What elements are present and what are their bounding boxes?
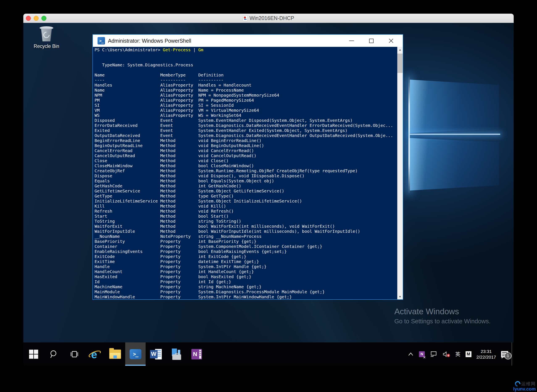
language-indicator[interactable]: 英 — [455, 351, 461, 358]
powershell-taskbar-button[interactable]: >_ — [125, 342, 146, 366]
minimize-icon — [349, 41, 354, 41]
console-line: Disposed Event System.EventHandler Dispo… — [94, 118, 397, 123]
clock[interactable]: 23:31 2/22/2017 — [476, 349, 496, 360]
internet-explorer-button[interactable]: e — [84, 342, 105, 366]
console-line: CancelErrorRead Method void CancelErrorR… — [94, 148, 397, 153]
windows-start-icon — [29, 349, 38, 359]
console-line: CreateObjRef Method System.Runtime.Remot… — [94, 168, 397, 173]
scroll-down-icon[interactable]: ▼ — [397, 294, 403, 299]
word-icon: W — [150, 349, 162, 360]
notification-badge: 1 — [504, 352, 512, 359]
onenote-button[interactable]: N — [186, 342, 207, 366]
console-line: CloseMainWindow Method bool CloseMainWin… — [94, 163, 397, 168]
console-line: NPM AliasProperty NPM = NonpagedSystemMe… — [94, 93, 397, 98]
console-line: ExitCode Property int ExitCode {get;} — [94, 254, 397, 259]
console-line: __NounName NoteProperty string __NounNam… — [94, 234, 397, 239]
powershell-title: Administrator: Windows PowerShell — [108, 38, 191, 44]
action-center-button[interactable]: 1 — [501, 351, 508, 357]
onenote-clip-icon: N — [419, 351, 425, 357]
console-viewport[interactable]: PS C:\Users\Administrator> Get-Process |… — [93, 47, 403, 299]
console-line: BeginOutputReadLine Method void BeginOut… — [94, 143, 397, 148]
console-line — [94, 67, 397, 72]
ime-mode-button[interactable]: M — [466, 351, 472, 357]
console-line: MainWindowHandle Property System.IntPtr … — [94, 294, 397, 299]
powershell-titlebar[interactable]: >_ Administrator: Windows PowerShell — [93, 35, 403, 47]
maximize-button[interactable] — [368, 38, 374, 44]
recycle-bin[interactable]: Recycle Bin — [31, 25, 62, 49]
vm-window: Win2016EN-DHCP Recycle Bin Activate Wind… — [23, 14, 514, 366]
console-line: Close Method void Close() — [94, 158, 397, 163]
console-line: Name MemberType Definition — [94, 72, 397, 78]
close-button[interactable] — [388, 38, 394, 44]
console-scrollbar[interactable]: ▲ ▼ — [397, 47, 403, 299]
console-line: WaitForExit Method bool WaitForExit(int … — [94, 224, 397, 229]
console-line: GetLifetimeService Method System.Object … — [94, 188, 397, 193]
recycle-bin-icon — [39, 25, 54, 43]
tray-date: 2/22/2017 — [476, 354, 496, 360]
screen: Win2016EN-DHCP Recycle Bin Activate Wind… — [0, 0, 537, 392]
console-line: TypeName: System.Diagnostics.Process — [94, 62, 397, 67]
zoom-window-button[interactable] — [41, 16, 47, 21]
start-button[interactable] — [23, 342, 44, 366]
onenote-clip-tray-button[interactable]: N — [419, 351, 425, 357]
console-line: Kill Method void Kill() — [94, 204, 397, 209]
scrollbar-thumb[interactable] — [397, 54, 403, 73]
chevron-up-icon — [408, 352, 414, 356]
console-line: Id Property int Id {get;} — [94, 279, 397, 284]
console-line: MachineName Property string MachineName … — [94, 284, 397, 289]
search-button[interactable] — [44, 342, 64, 366]
console-line: Container Property System.ComponentModel… — [94, 244, 397, 249]
watermark-url: lyunv.com — [509, 387, 536, 392]
file-explorer-icon — [109, 350, 121, 359]
console-line: Equals Method bool Equals(System.Object … — [94, 178, 397, 183]
file-explorer-button[interactable] — [105, 342, 125, 366]
taskbar: e >_ W — [23, 342, 514, 366]
minimize-button[interactable] — [349, 38, 355, 44]
window-controls — [349, 38, 403, 44]
console-line: VM AliasProperty VM = VirtualMemorySize6… — [94, 108, 397, 113]
windows-logo-bottom-pane — [410, 138, 499, 191]
console-line: WS AliasProperty WS = WorkingSet64 — [94, 113, 397, 118]
task-view-button[interactable] — [64, 342, 84, 366]
console-line: OutputDataReceived Event System.Diagnost… — [94, 133, 397, 138]
console-line: GetHashCode Method int GetHashCode() — [94, 183, 397, 188]
windows-logo-vertical-edge — [408, 76, 410, 193]
vm-window-title: Win2016EN-DHCP — [250, 15, 294, 21]
console-line: WaitForInputIdle Method bool WaitForInpu… — [94, 229, 397, 234]
console-line: EnableRaisingEvents Property bool Enable… — [94, 249, 397, 254]
volume-muted-icon — [443, 351, 450, 358]
close-window-button[interactable] — [26, 16, 31, 21]
console-line: MainModule Property System.Diagnostics.P… — [94, 289, 397, 294]
minimize-window-button[interactable] — [34, 16, 39, 21]
powershell-icon: >_ — [98, 37, 105, 45]
show-hidden-icons-button[interactable] — [408, 352, 414, 356]
internet-explorer-icon: e — [89, 348, 101, 360]
traffic-lights — [26, 16, 47, 21]
volume-tray-button[interactable] — [443, 351, 450, 358]
network-tray-button[interactable] — [430, 351, 437, 357]
scroll-up-icon[interactable]: ▲ — [397, 47, 403, 52]
console-line: ---- ---------- ---------- — [94, 78, 397, 83]
console-line: GetType Method type GetType() — [94, 193, 397, 199]
taskbar-buttons: e >_ W — [23, 342, 207, 366]
console-line: ErrorDataReceived Event System.Diagnosti… — [94, 123, 397, 128]
console-line: CancelOutputRead Method void CancelOutpu… — [94, 153, 397, 158]
show-desktop-separator[interactable] — [512, 342, 512, 366]
server-manager-icon — [171, 349, 182, 360]
console-line: Start Method bool Start() — [94, 214, 397, 219]
maximize-icon — [369, 39, 374, 43]
server-manager-button[interactable] — [166, 342, 186, 366]
console-line: PS C:\Users\Administrator> Get-Process |… — [94, 47, 397, 52]
console-line: Name AliasProperty Name = ProcessName — [94, 88, 397, 93]
search-icon — [49, 349, 59, 359]
console-line: Exited Event System.EventHandler Exited(… — [94, 128, 397, 133]
powershell-window: >_ Administrator: Windows PowerShell PS … — [93, 34, 403, 300]
word-button[interactable]: W — [146, 342, 166, 366]
vm-titlebar[interactable]: Win2016EN-DHCP — [23, 14, 514, 23]
console-line: BeginErrorReadLine Method void BeginErro… — [94, 138, 397, 143]
windows-logo-top-pane — [410, 80, 499, 133]
console-line: Handle Property System.IntPtr Handle {ge… — [94, 264, 397, 269]
console-line — [94, 57, 397, 62]
network-icon — [430, 351, 437, 357]
console-line: HasExited Property bool HasExited {get;} — [94, 274, 397, 279]
